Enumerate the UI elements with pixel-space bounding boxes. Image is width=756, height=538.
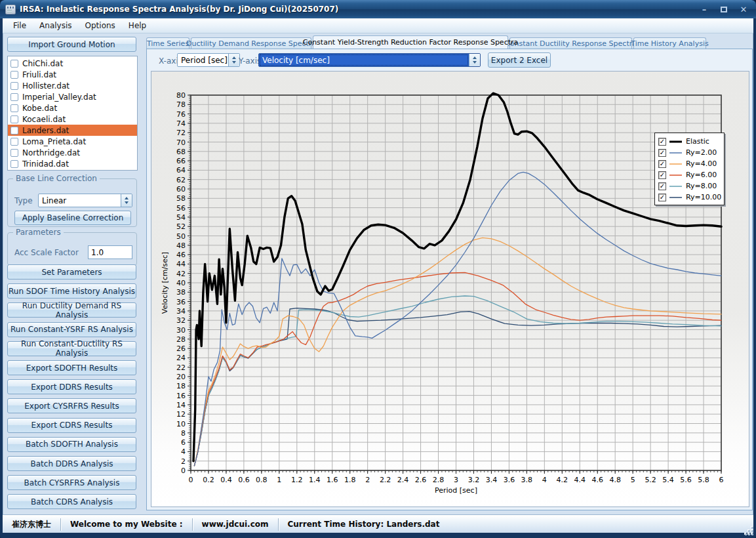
resize-grip[interactable]	[744, 526, 753, 535]
close-button[interactable]: ✕	[736, 3, 751, 15]
ground-motion-row[interactable]: Hollister.dat	[8, 80, 137, 91]
menu-bar: FileAnalysisOptionsHelp	[3, 18, 753, 33]
action-button-batch-ddrs-analysis[interactable]: Batch DDRS Analysis	[7, 456, 136, 471]
checkbox-checked-icon[interactable]: ✓	[658, 194, 666, 201]
ground-motion-list[interactable]: ChiChi.datFriuli.datHollister.datImperia…	[7, 56, 138, 171]
y-axis-spinner[interactable]	[469, 54, 480, 66]
ground-motion-label: Trinidad.dat	[22, 159, 69, 169]
minimize-button[interactable]: –	[697, 3, 711, 15]
svg-text:1.2: 1.2	[291, 476, 303, 484]
spin-down-icon	[232, 61, 236, 64]
svg-text:2.2: 2.2	[380, 476, 391, 484]
checkbox-checked-icon[interactable]: ✓	[658, 171, 666, 179]
checkbox-checked-icon[interactable]: ✓	[658, 160, 666, 168]
maximize-icon	[721, 7, 727, 12]
svg-text:80: 80	[176, 91, 186, 100]
ground-motion-row[interactable]: Kobe.dat	[8, 102, 137, 114]
checkbox-unchecked-icon[interactable]	[10, 60, 18, 68]
checkbox-unchecked-icon[interactable]	[10, 82, 18, 90]
action-button-set-parameters[interactable]: Set Parameters	[7, 264, 136, 279]
svg-text:12: 12	[176, 410, 186, 419]
ground-motion-row[interactable]: ChiChi.dat	[8, 58, 137, 69]
svg-text:4.4: 4.4	[574, 476, 586, 484]
export-to-excel-button[interactable]: Export 2 Excel	[488, 52, 551, 68]
svg-text:30: 30	[176, 326, 186, 335]
spin-up-icon	[473, 56, 477, 59]
menu-item-analysis[interactable]: Analysis	[33, 20, 78, 31]
ground-motion-row[interactable]: Landers.dat	[8, 125, 137, 136]
checkbox-unchecked-icon[interactable]	[10, 149, 18, 157]
svg-text:20: 20	[176, 373, 186, 381]
svg-text:58: 58	[176, 194, 186, 203]
svg-text:50: 50	[176, 232, 186, 241]
checkbox-checked-icon[interactable]: ✓	[658, 182, 666, 190]
checkbox-unchecked-icon[interactable]	[10, 115, 18, 123]
svg-text:4: 4	[181, 447, 186, 456]
baseline-type-combo[interactable]: Linear	[38, 194, 132, 207]
checkbox-unchecked-icon[interactable]	[10, 93, 18, 101]
svg-text:16: 16	[176, 392, 186, 400]
menu-item-file[interactable]: File	[7, 20, 33, 31]
x-axis-combo[interactable]: Period [sec]	[177, 53, 240, 67]
action-button-run-ductility-demand-rs-analysis[interactable]: Run Ductility Demand RS Analysis	[7, 302, 136, 318]
action-button-run-constant-ductility-rs-analysis[interactable]: Run Constant-Ductility RS Analysis	[7, 341, 136, 356]
tab-constant-ductility-response-spectra[interactable]: Constant Ductility Response Spectra	[509, 37, 632, 49]
action-button-export-cdrs-results[interactable]: Export CDRS Results	[7, 418, 136, 433]
tab-constant-yield-strength-reduction-factor-response-spectra[interactable]: Constant Yield-Strength Reduction Factor…	[313, 35, 508, 49]
ground-motion-row[interactable]: Northridge.dat	[8, 147, 137, 158]
tab-ductility-demand-response-spectra[interactable]: Ductility Demand Response Spectra	[191, 37, 311, 49]
svg-text:72: 72	[176, 129, 186, 137]
svg-text:2: 2	[365, 476, 370, 484]
svg-text:4.6: 4.6	[591, 476, 603, 484]
checkbox-unchecked-icon[interactable]	[10, 138, 18, 146]
checkbox-checked-icon[interactable]: ✓	[658, 149, 666, 157]
checkbox-unchecked-icon[interactable]	[10, 104, 18, 112]
maximize-button[interactable]	[717, 3, 731, 15]
legend-line-sample	[669, 150, 683, 155]
checkbox-checked-icon[interactable]: ✓	[658, 138, 666, 146]
svg-text:64: 64	[176, 166, 186, 175]
type-label: Type	[14, 196, 33, 205]
action-button-batch-sdofth-analysis[interactable]: Batch SDOFTH Analysis	[7, 437, 136, 452]
action-button-export-sdofth-results[interactable]: Export SDOFTH Results	[7, 360, 136, 375]
status-bar: 崔济东博士Welcome to my Website :www.jdcui.co…	[3, 515, 753, 533]
checkbox-unchecked-icon[interactable]	[10, 160, 18, 168]
y-axis-value: Velocity [cm/sec]	[259, 54, 469, 66]
action-button-run-constant-ysrf-rs-analysis[interactable]: Run Constant-YSRF RS Analysis	[7, 322, 136, 337]
checkbox-unchecked-icon[interactable]	[10, 71, 18, 79]
action-button-batch-cdrs-analysis[interactable]: Batch CDRS Analysis	[7, 494, 136, 509]
action-button-batch-cysrfrs-analysis[interactable]: Batch CYSRFRS Analysis	[7, 475, 136, 490]
svg-text:18: 18	[176, 382, 186, 390]
checkbox-unchecked-icon[interactable]	[10, 127, 18, 134]
ground-motion-row[interactable]: Trinidad.dat	[8, 158, 137, 169]
menu-item-options[interactable]: Options	[79, 20, 122, 31]
svg-text:56: 56	[176, 204, 186, 213]
legend-series-label: Ry=8.00	[686, 182, 717, 190]
action-button-export-cysrfrs-results[interactable]: Export CYSRFRS Results	[7, 398, 136, 413]
baseline-type-spinner[interactable]	[121, 194, 132, 207]
ground-motion-row[interactable]: Loma_Prieta.dat	[8, 136, 137, 147]
svg-text:70: 70	[176, 138, 186, 147]
tab-time-history-analysis[interactable]: Time History Analysis	[633, 37, 706, 49]
tab-time-series[interactable]: Time Series	[146, 37, 189, 49]
app-icon	[5, 5, 16, 14]
statusbar-item: www.jdcui.com	[193, 520, 278, 529]
statusbar-item: Welcome to my Website :	[61, 520, 192, 529]
svg-text:10: 10	[176, 420, 186, 428]
apply-baseline-correction-button[interactable]: Apply Baseline Correction	[14, 211, 131, 225]
action-button-export-ddrs-results[interactable]: Export DDRS Results	[7, 379, 136, 394]
import-ground-motion-button[interactable]: Import Ground Motion	[7, 37, 136, 52]
acc-scale-factor-input[interactable]	[88, 245, 132, 259]
svg-text:2.4: 2.4	[397, 476, 409, 484]
action-button-run-sdof-time-history-analysis[interactable]: Run SDOF Time History Analysis	[7, 283, 136, 299]
y-axis-combo[interactable]: Velocity [cm/sec]	[258, 53, 481, 67]
menu-item-help[interactable]: Help	[122, 20, 153, 31]
svg-text:0.8: 0.8	[256, 476, 268, 484]
svg-text:38: 38	[176, 288, 186, 297]
svg-text:1.6: 1.6	[327, 476, 338, 484]
ground-motion-row[interactable]: Friuli.dat	[8, 69, 137, 80]
x-axis-spinner[interactable]	[228, 54, 239, 66]
spin-down-icon	[473, 61, 477, 64]
ground-motion-row[interactable]: Imperial_Valley.dat	[8, 91, 137, 102]
ground-motion-row[interactable]: Kocaeli.dat	[8, 114, 137, 125]
